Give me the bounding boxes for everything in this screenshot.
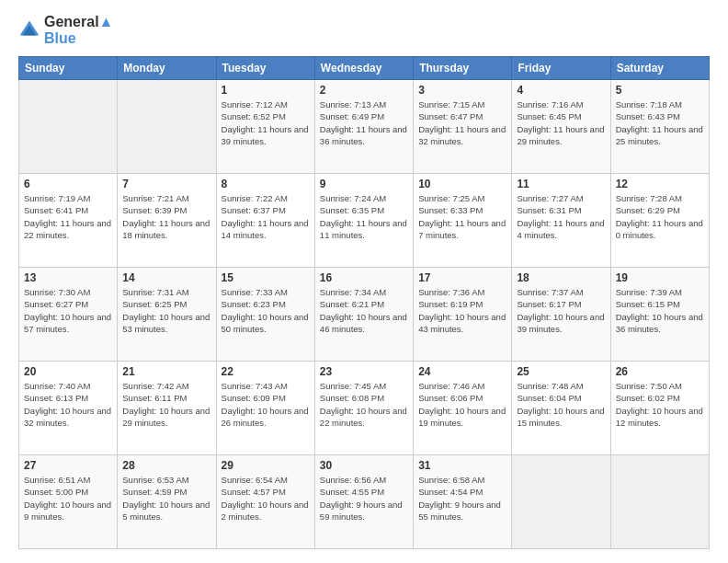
- day-info: Sunrise: 7:46 AM Sunset: 6:06 PM Dayligh…: [418, 380, 506, 429]
- day-info: Sunrise: 7:24 AM Sunset: 6:35 PM Dayligh…: [320, 192, 408, 241]
- logo-text: General▲ Blue: [44, 14, 113, 47]
- day-info: Sunrise: 7:34 AM Sunset: 6:21 PM Dayligh…: [320, 286, 408, 335]
- calendar-cell: [19, 80, 118, 174]
- day-number: 22: [222, 365, 310, 378]
- weekday-header-saturday: Saturday: [610, 57, 709, 80]
- calendar-cell: [610, 455, 709, 549]
- day-number: 7: [122, 178, 210, 190]
- day-number: 28: [122, 459, 210, 472]
- day-number: 24: [418, 365, 506, 378]
- day-info: Sunrise: 7:25 AM Sunset: 6:33 PM Dayligh…: [418, 192, 506, 241]
- day-number: 5: [616, 84, 704, 97]
- calendar-cell: 1Sunrise: 7:12 AM Sunset: 6:52 PM Daylig…: [216, 80, 314, 174]
- calendar-cell: 29Sunrise: 6:54 AM Sunset: 4:57 PM Dayli…: [216, 455, 314, 549]
- day-info: Sunrise: 6:51 AM Sunset: 5:00 PM Dayligh…: [24, 474, 112, 523]
- day-info: Sunrise: 7:36 AM Sunset: 6:19 PM Dayligh…: [418, 286, 506, 335]
- calendar-table: SundayMondayTuesdayWednesdayThursdayFrid…: [18, 56, 710, 549]
- calendar-cell: 23Sunrise: 7:45 AM Sunset: 6:08 PM Dayli…: [314, 362, 413, 455]
- day-number: 26: [616, 365, 704, 378]
- calendar-cell: 27Sunrise: 6:51 AM Sunset: 5:00 PM Dayli…: [19, 455, 118, 549]
- day-number: 8: [222, 178, 310, 190]
- calendar-cell: 4Sunrise: 7:16 AM Sunset: 6:45 PM Daylig…: [512, 80, 610, 174]
- weekday-header-monday: Monday: [118, 57, 216, 80]
- day-info: Sunrise: 7:31 AM Sunset: 6:25 PM Dayligh…: [122, 286, 210, 335]
- day-info: Sunrise: 7:33 AM Sunset: 6:23 PM Dayligh…: [222, 286, 310, 335]
- day-number: 27: [24, 459, 112, 472]
- day-number: 31: [418, 459, 506, 472]
- calendar-cell: [118, 80, 216, 174]
- day-number: 23: [320, 365, 408, 378]
- logo: General▲ Blue: [18, 14, 113, 47]
- day-number: 2: [320, 84, 408, 97]
- calendar-week-row: 1Sunrise: 7:12 AM Sunset: 6:52 PM Daylig…: [19, 80, 710, 174]
- calendar-cell: 31Sunrise: 6:58 AM Sunset: 4:54 PM Dayli…: [414, 455, 512, 549]
- calendar-cell: 19Sunrise: 7:39 AM Sunset: 6:15 PM Dayli…: [610, 268, 709, 362]
- day-number: 3: [418, 84, 506, 97]
- calendar-week-row: 6Sunrise: 7:19 AM Sunset: 6:41 PM Daylig…: [19, 174, 710, 268]
- logo-icon: [18, 19, 40, 41]
- calendar-cell: 14Sunrise: 7:31 AM Sunset: 6:25 PM Dayli…: [118, 268, 216, 362]
- day-number: 16: [320, 271, 408, 284]
- day-number: 14: [122, 271, 210, 284]
- calendar-cell: 26Sunrise: 7:50 AM Sunset: 6:02 PM Dayli…: [610, 362, 709, 455]
- day-number: 18: [517, 271, 605, 284]
- weekday-header-sunday: Sunday: [19, 57, 118, 80]
- calendar-cell: 8Sunrise: 7:22 AM Sunset: 6:37 PM Daylig…: [216, 174, 314, 268]
- calendar-cell: 25Sunrise: 7:48 AM Sunset: 6:04 PM Dayli…: [512, 362, 610, 455]
- calendar-cell: 20Sunrise: 7:40 AM Sunset: 6:13 PM Dayli…: [19, 362, 118, 455]
- day-info: Sunrise: 6:58 AM Sunset: 4:54 PM Dayligh…: [418, 474, 506, 523]
- calendar-week-row: 27Sunrise: 6:51 AM Sunset: 5:00 PM Dayli…: [19, 455, 710, 549]
- day-number: 12: [616, 178, 704, 190]
- day-number: 19: [616, 271, 704, 284]
- calendar-cell: 5Sunrise: 7:18 AM Sunset: 6:43 PM Daylig…: [610, 80, 709, 174]
- calendar-cell: 17Sunrise: 7:36 AM Sunset: 6:19 PM Dayli…: [414, 268, 512, 362]
- day-info: Sunrise: 7:28 AM Sunset: 6:29 PM Dayligh…: [616, 192, 704, 241]
- weekday-header-thursday: Thursday: [414, 57, 512, 80]
- day-number: 17: [418, 271, 506, 284]
- day-info: Sunrise: 7:39 AM Sunset: 6:15 PM Dayligh…: [616, 286, 704, 335]
- calendar-cell: 28Sunrise: 6:53 AM Sunset: 4:59 PM Dayli…: [118, 455, 216, 549]
- calendar-cell: 2Sunrise: 7:13 AM Sunset: 6:49 PM Daylig…: [314, 80, 413, 174]
- day-number: 29: [222, 459, 310, 472]
- calendar-cell: 9Sunrise: 7:24 AM Sunset: 6:35 PM Daylig…: [314, 174, 413, 268]
- day-info: Sunrise: 7:22 AM Sunset: 6:37 PM Dayligh…: [222, 192, 310, 241]
- day-info: Sunrise: 7:16 AM Sunset: 6:45 PM Dayligh…: [517, 98, 605, 147]
- day-info: Sunrise: 7:21 AM Sunset: 6:39 PM Dayligh…: [122, 192, 210, 241]
- day-number: 30: [320, 459, 408, 472]
- day-number: 21: [122, 365, 210, 378]
- calendar-cell: 22Sunrise: 7:43 AM Sunset: 6:09 PM Dayli…: [216, 362, 314, 455]
- day-number: 10: [418, 178, 506, 190]
- calendar-cell: 18Sunrise: 7:37 AM Sunset: 6:17 PM Dayli…: [512, 268, 610, 362]
- day-info: Sunrise: 7:19 AM Sunset: 6:41 PM Dayligh…: [24, 192, 112, 241]
- page: General▲ Blue SundayMondayTuesdayWednesd…: [0, 0, 728, 563]
- day-info: Sunrise: 7:12 AM Sunset: 6:52 PM Dayligh…: [222, 98, 310, 147]
- day-number: 13: [24, 271, 112, 284]
- day-number: 11: [517, 178, 605, 190]
- day-info: Sunrise: 7:40 AM Sunset: 6:13 PM Dayligh…: [24, 380, 112, 429]
- calendar-cell: 21Sunrise: 7:42 AM Sunset: 6:11 PM Dayli…: [118, 362, 216, 455]
- weekday-header-friday: Friday: [512, 57, 610, 80]
- calendar-cell: 7Sunrise: 7:21 AM Sunset: 6:39 PM Daylig…: [118, 174, 216, 268]
- weekday-header-wednesday: Wednesday: [314, 57, 413, 80]
- calendar-cell: 15Sunrise: 7:33 AM Sunset: 6:23 PM Dayli…: [216, 268, 314, 362]
- day-number: 9: [320, 178, 408, 190]
- calendar-cell: [512, 455, 610, 549]
- header: General▲ Blue: [18, 14, 710, 47]
- calendar-week-row: 20Sunrise: 7:40 AM Sunset: 6:13 PM Dayli…: [19, 362, 710, 455]
- calendar-cell: 24Sunrise: 7:46 AM Sunset: 6:06 PM Dayli…: [414, 362, 512, 455]
- day-info: Sunrise: 7:27 AM Sunset: 6:31 PM Dayligh…: [517, 192, 605, 241]
- calendar-cell: 3Sunrise: 7:15 AM Sunset: 6:47 PM Daylig…: [414, 80, 512, 174]
- day-info: Sunrise: 6:53 AM Sunset: 4:59 PM Dayligh…: [122, 474, 210, 523]
- day-info: Sunrise: 6:56 AM Sunset: 4:55 PM Dayligh…: [320, 474, 408, 523]
- day-info: Sunrise: 7:42 AM Sunset: 6:11 PM Dayligh…: [122, 380, 210, 429]
- day-info: Sunrise: 7:13 AM Sunset: 6:49 PM Dayligh…: [320, 98, 408, 147]
- calendar-week-row: 13Sunrise: 7:30 AM Sunset: 6:27 PM Dayli…: [19, 268, 710, 362]
- calendar-cell: 13Sunrise: 7:30 AM Sunset: 6:27 PM Dayli…: [19, 268, 118, 362]
- day-info: Sunrise: 7:45 AM Sunset: 6:08 PM Dayligh…: [320, 380, 408, 429]
- day-info: Sunrise: 7:18 AM Sunset: 6:43 PM Dayligh…: [616, 98, 704, 147]
- day-info: Sunrise: 6:54 AM Sunset: 4:57 PM Dayligh…: [222, 474, 310, 523]
- calendar-cell: 12Sunrise: 7:28 AM Sunset: 6:29 PM Dayli…: [610, 174, 709, 268]
- day-info: Sunrise: 7:30 AM Sunset: 6:27 PM Dayligh…: [24, 286, 112, 335]
- calendar-cell: 11Sunrise: 7:27 AM Sunset: 6:31 PM Dayli…: [512, 174, 610, 268]
- day-info: Sunrise: 7:43 AM Sunset: 6:09 PM Dayligh…: [222, 380, 310, 429]
